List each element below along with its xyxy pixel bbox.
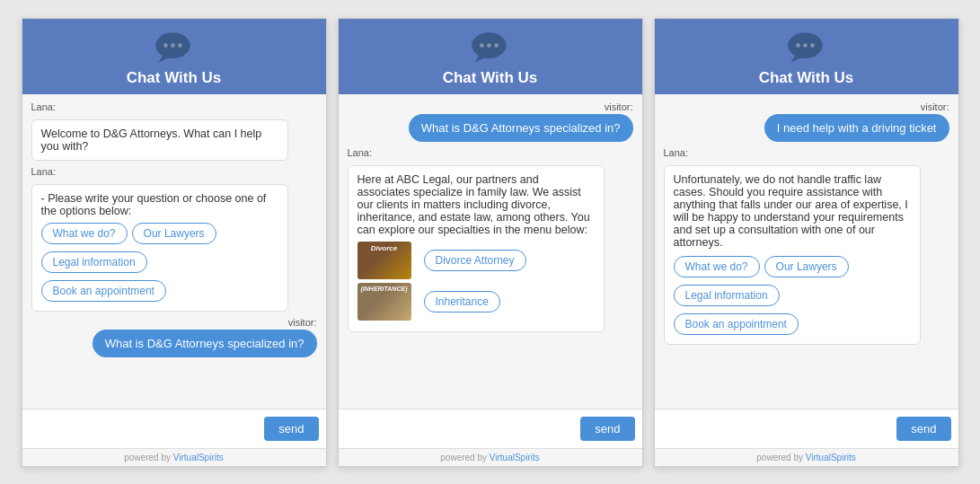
bubble-lana-1-2: - Please write your question or choose o… <box>31 184 288 312</box>
svg-point-13 <box>803 43 808 48</box>
chat-body-2[interactable]: visitor: What is D&G Attorneys specializ… <box>339 94 642 409</box>
option-our-lawyers-3[interactable]: Our Lawyers <box>764 256 849 277</box>
option-legal-info-1[interactable]: Legal information <box>41 251 147 273</box>
visitor-row-1: visitor: What is D&G Attorneys specializ… <box>31 317 317 357</box>
svg-marker-6 <box>474 55 489 62</box>
option-inheritance[interactable]: Inheritance <box>424 291 500 312</box>
chat-title-1: Chat With Us <box>127 69 222 87</box>
lana-label-3: Lana: <box>664 147 949 158</box>
send-button-1[interactable]: send <box>264 417 318 441</box>
option-book-appt-1[interactable]: Book an appointment <box>41 280 166 302</box>
svg-point-9 <box>494 43 499 48</box>
svg-point-14 <box>810 43 815 48</box>
chat-icon-1 <box>153 30 196 66</box>
bubble-visitor-1: What is D&G Attorneys specialized in? <box>93 330 317 357</box>
visitor-label-1: visitor: <box>288 317 317 328</box>
svg-marker-1 <box>158 55 172 62</box>
chat-header-3: Chat With Us <box>655 19 958 94</box>
visitor-row-3: visitor: I need help with a driving tick… <box>664 101 949 142</box>
svg-point-4 <box>178 43 182 48</box>
divorce-image: Divorce <box>358 242 411 279</box>
chat-footer-3: send <box>655 409 958 448</box>
chat-input-2[interactable] <box>346 422 581 436</box>
chat-widget-3: Chat With Us visitor: I need help with a… <box>654 18 959 467</box>
visitor-label-3: visitor: <box>921 101 949 112</box>
chat-header-1: Chat With Us <box>22 19 326 94</box>
chat-header-2: Chat With Us <box>339 19 642 94</box>
option-what-we-do-1[interactable]: What we do? <box>41 223 128 244</box>
bubble-visitor-3: I need help with a driving ticket <box>764 114 949 142</box>
chat-icon-2 <box>469 30 512 66</box>
chat-input-1[interactable] <box>30 422 265 436</box>
option-book-appt-3[interactable]: Book an appointment <box>674 313 799 335</box>
send-button-3[interactable]: send <box>896 417 950 441</box>
chat-title-2: Chat With Us <box>443 69 538 87</box>
option-divorce-attorney[interactable]: Divorce Attorney <box>424 250 526 271</box>
chat-title-3: Chat With Us <box>759 69 854 87</box>
lana-label: Lana: <box>31 166 317 177</box>
powered-1: powered by VirtualSpirits <box>22 448 326 466</box>
send-button-2[interactable]: send <box>580 417 634 441</box>
svg-point-2 <box>163 43 168 48</box>
option-legal-info-3[interactable]: Legal information <box>674 285 780 306</box>
svg-marker-11 <box>790 55 805 62</box>
lana-label: Lana: <box>31 101 317 112</box>
svg-point-3 <box>171 43 175 48</box>
option-what-we-do-3[interactable]: What we do? <box>674 256 760 277</box>
powered-3: powered by VirtualSpirits <box>655 448 958 466</box>
bubble-lana-1-1: Welcome to D&G Attorneys. What can I hel… <box>31 119 288 161</box>
option-row-inheritance: (INHERITANCE) Inheritance <box>358 283 595 321</box>
bubble-visitor-2: What is D&G Attorneys specialized in? <box>409 114 633 142</box>
chat-widget-2: Chat With Us visitor: What is D&G Attorn… <box>338 18 643 467</box>
chat-widget-1: Chat With Us Lana: Welcome to D&G Attorn… <box>22 18 327 467</box>
chat-icon-3 <box>785 30 828 66</box>
chat-body-3[interactable]: visitor: I need help with a driving tick… <box>655 94 958 409</box>
chat-body-1[interactable]: Lana: Welcome to D&G Attorneys. What can… <box>22 94 326 409</box>
svg-point-7 <box>480 43 484 48</box>
inheritance-image: (INHERITANCE) <box>358 283 411 321</box>
visitor-label-2: visitor: <box>605 101 633 112</box>
chat-input-3[interactable] <box>662 422 897 436</box>
bubble-lana-3-1: Unfortunately, we do not handle traffic … <box>664 165 921 345</box>
svg-point-12 <box>796 43 800 48</box>
chat-footer-1: send <box>22 409 326 448</box>
option-row-divorce: Divorce Divorce Attorney <box>358 242 595 279</box>
bubble-lana-2-1: Here at ABC Legal, our partners and asso… <box>348 165 605 332</box>
powered-2: powered by VirtualSpirits <box>339 448 642 466</box>
lana-label-2: Lana: <box>348 147 633 158</box>
svg-point-8 <box>487 43 491 48</box>
visitor-row-2: visitor: What is D&G Attorneys specializ… <box>348 101 633 142</box>
option-our-lawyers-1[interactable]: Our Lawyers <box>132 223 216 244</box>
chat-footer-2: send <box>339 409 642 448</box>
